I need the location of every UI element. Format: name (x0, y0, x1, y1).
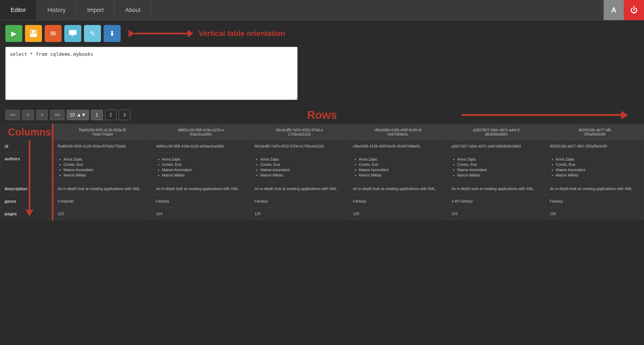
svg-rect-1 (32, 30, 35, 33)
col-header-1: f5a6620b-fd35-412b-933a-f07bda776ab9 (53, 124, 152, 140)
genre-cell-2: Fantasy (152, 195, 250, 208)
col-header-6: 90205190-ab77-4fb355af5e0c89 (545, 124, 644, 140)
pages-cell-1: 122 (53, 208, 152, 220)
rows-annotation-label: Rows (307, 109, 337, 121)
table-row: pages 122 124 125 125 125 125 (0, 208, 644, 220)
authors-cell-5: Anna ZajacCorets, EvaMaeve AscendantMarc… (447, 153, 546, 183)
table-wrapper: f5a6620b-fd35-412b-933a-f07bda776ab9 dd6… (0, 124, 644, 220)
col-header-2: dd601c30-5fdf-419a-b220-e93ac0ca389c (152, 124, 250, 140)
id-cell-5: a2627607-3d4c-467c-a4ef-8d82b06cb883 (447, 140, 546, 153)
desc-cell-6: An in-depth look at creating application… (545, 183, 644, 195)
desc-cell-1: An in-depth look at creating application… (53, 183, 152, 195)
table-header-row: f5a6620b-fd35-412b-933a-f07bda776ab9 dd6… (0, 124, 644, 140)
query-area: select * from cqldemo.mybooks (5, 47, 639, 106)
rows-annotation-arrow (462, 111, 628, 119)
pages-cell-3: 125 (250, 208, 349, 220)
table-area: Columns f5a6620b-fd35-412b-933a-f07bda77… (0, 124, 644, 220)
table-row: id f5a6620b-fd35-412b-933a-f07bda776ab9 … (0, 140, 644, 153)
authors-cell-1: Anna ZajacCorets, EvaMaeve AscendantMarc… (53, 153, 152, 183)
font-button[interactable]: A (604, 0, 624, 20)
tab-import[interactable]: Import (77, 0, 115, 20)
power-button[interactable]: ⏻ (624, 0, 644, 20)
save-button[interactable] (25, 25, 42, 42)
col-header-4: cf6e3066-4156-400f-bc09-4fc847088e51 (349, 124, 447, 140)
authors-cell-2: Anna ZajacCorets, EvaMaeve AscendantMarc… (152, 153, 250, 183)
orientation-button[interactable]: ⬇ (104, 25, 121, 42)
edit-button[interactable]: ✎ (84, 25, 101, 42)
table-row: genre Computer Fantasy Fantasy Fantasy 3… (0, 195, 644, 208)
page-1-button[interactable]: 1 (91, 110, 103, 120)
desc-cell-4: An in-depth look at creating application… (349, 183, 447, 195)
table-row: description An in-depth look at creating… (0, 183, 644, 195)
col-header-3: 95c3edf9-7a53-4552-970d-e1759ce02102 (250, 124, 349, 140)
columns-divider-line (52, 124, 53, 220)
next-page-button[interactable]: > (36, 110, 48, 120)
last-page-button[interactable]: >> (50, 110, 65, 120)
id-cell-1: f5a6620b-fd35-412b-933a-f07bda776ab9 (53, 140, 152, 153)
genre-cell-1: Computer (53, 195, 152, 208)
genre-cell-6: Fantasy (545, 195, 644, 208)
nav-bar: Editor History Import About A ⏻ (0, 0, 644, 20)
first-page-button[interactable]: << (5, 110, 20, 120)
authors-cell-3: Anna ZajacCorets, EvaMaeve AscendantMarc… (250, 153, 349, 183)
prev-page-button[interactable]: < (22, 110, 34, 120)
authors-cell-4: Anna ZajacCorets, EvaMaeve AscendantMarc… (349, 153, 447, 183)
query-input[interactable]: select * from cqldemo.mybooks (5, 47, 298, 100)
orientation-annotation: Vertical table orientation (129, 29, 285, 38)
pages-cell-6: 125 (545, 208, 644, 220)
pages-cell-5: 125 (447, 208, 546, 220)
page-3-button[interactable]: 3 (119, 110, 130, 120)
svg-rect-2 (31, 33, 36, 37)
desc-cell-5: An in-depth look at creating application… (447, 183, 546, 195)
comment-button[interactable] (64, 25, 81, 42)
desc-cell-2: An in-depth look at creating application… (152, 183, 250, 195)
col-header-5: a2627607-3d4c-467c-a4ef-8d82b06cb883 (447, 124, 546, 140)
id-cell-6: 90205190-ab77-4fb7-355af5e0c89 (545, 140, 644, 153)
tab-history[interactable]: History (37, 0, 76, 20)
page-2-button[interactable]: 2 (105, 110, 117, 120)
genre-cell-5: 3 45 Fantasy (447, 195, 546, 208)
id-cell-3: 95c3edf9-7a53-4552-970d-e1759ce02102 (250, 140, 349, 153)
export-button[interactable]: ✉ (45, 25, 62, 42)
pages-cell-4: 125 (349, 208, 447, 220)
authors-cell-6: Anna ZajacCorets, EvaMaeve AscendantMarc… (545, 153, 644, 183)
desc-cell-3: An in-depth look at creating application… (250, 183, 349, 195)
table-row: authors Anna ZajacCorets, EvaMaeve Ascen… (0, 153, 644, 183)
page-size-selector[interactable]: 10 ▲▼ (67, 110, 89, 120)
tab-about[interactable]: About (115, 0, 151, 20)
genre-cell-4: Fantasy (349, 195, 447, 208)
run-button[interactable]: ▶ (5, 25, 22, 42)
tab-editor[interactable]: Editor (0, 0, 37, 20)
pagination-bar: << < > >> 10 ▲▼ 1 2 3 Rows (0, 106, 644, 124)
nav-right-buttons: A ⏻ (604, 0, 644, 20)
data-table: f5a6620b-fd35-412b-933a-f07bda776ab9 dd6… (0, 124, 644, 220)
toolbar: ▶ ✉ ✎ ⬇ Vertical table orientation (0, 20, 644, 47)
id-cell-4: cf6e3066-4156-400f-bc09-4fc847088e51 (349, 140, 447, 153)
id-cell-2: dd601c30-5fdf-419a-b220-e93ac0ca389c (152, 140, 250, 153)
pages-cell-2: 124 (152, 208, 250, 220)
columns-annotation: Columns (8, 127, 51, 216)
genre-cell-3: Fantasy (250, 195, 349, 208)
